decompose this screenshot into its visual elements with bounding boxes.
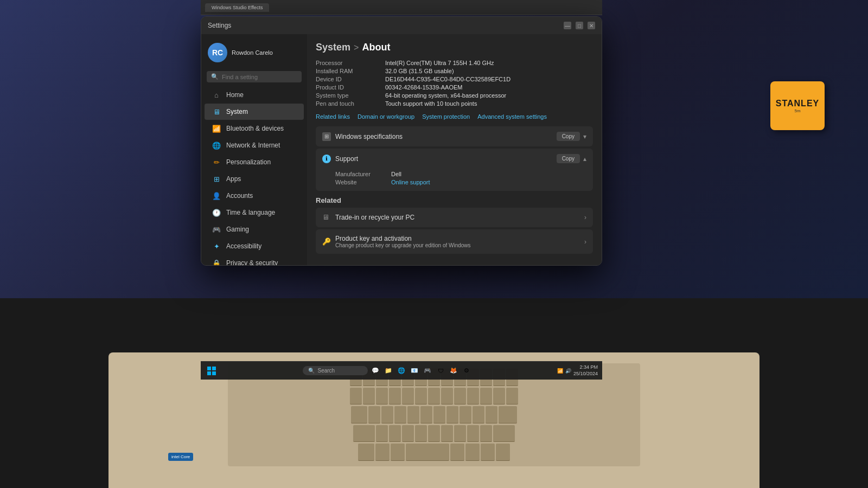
key [454,388,466,405]
trade-in-item[interactable]: 🖥 Trade-in or recycle your PC › [316,208,593,227]
svg-rect-1 [212,367,216,370]
sidebar-item-accounts[interactable]: 👤 Accounts [205,188,304,204]
accessibility-icon: ✦ [212,242,221,251]
sidebar-item-apps[interactable]: ⊞ Apps [205,171,304,187]
sidebar-item-system[interactable]: 🖥 System [205,104,304,120]
taskbar-network-icon[interactable]: 📶 [557,368,563,374]
apps-icon: ⊞ [212,175,221,183]
taskbar-sound-icon[interactable]: 🔊 [565,368,571,374]
website-link[interactable]: Online support [391,179,586,185]
taskbar-browser-icon[interactable]: 🦊 [448,365,459,376]
product-key-title: Product key and activation [335,235,471,242]
product-key-item-left: 🔑 Product key and activation Change prod… [322,235,471,248]
svg-rect-3 [212,371,216,375]
trade-in-item-left: 🖥 Trade-in or recycle your PC [322,213,414,222]
key [467,425,479,442]
windows-specs-header-left: ⊞ Windows specifications [322,132,403,141]
maximize-button[interactable]: □ [576,22,583,29]
browser-tab[interactable]: Windows Studio Effects [205,3,269,12]
network-icon: 🌐 [212,141,221,150]
support-copy-button[interactable]: Copy [557,154,580,163]
sidebar-item-time[interactable]: 🕐 Time & language [205,204,304,221]
support-header[interactable]: ℹ Support Copy ▴ [316,149,593,169]
system-protection-link[interactable]: System protection [422,113,470,120]
key [493,425,515,442]
sidebar-item-privacy[interactable]: 🔒 Privacy & security [205,255,304,265]
svg-rect-0 [207,367,211,370]
key [450,444,464,461]
pen-touch-label: Pen and touch [316,100,381,107]
product-key-item[interactable]: 🔑 Product key and activation Change prod… [316,229,593,254]
key [446,406,458,423]
intel-badge: intel Core [168,453,193,461]
search-box[interactable]: 🔍 [207,71,302,82]
taskbar-shield-icon[interactable]: 🛡 [435,365,446,376]
sidebar-item-privacy-label: Privacy & security [226,259,278,265]
main-content: System > About Processor Intel(R) Core(T… [307,34,602,265]
taskbar-chat-icon[interactable]: 💬 [370,365,381,376]
sidebar-item-personalization-label: Personalization [226,158,271,166]
privacy-icon: 🔒 [212,259,221,265]
time-icon: 🕐 [212,208,221,217]
sidebar-item-system-label: System [226,108,248,115]
trade-in-title: Trade-in or recycle your PC [335,214,414,221]
title-bar: Settings — □ ✕ [201,17,602,34]
sidebar-item-network-label: Network & Internet [226,142,280,149]
product-key-icon: 🔑 [322,237,331,246]
advanced-system-settings-link[interactable]: Advanced system settings [477,113,547,120]
windows-specs-actions: Copy ▾ [557,132,586,141]
ram-value: 32.0 GB (31.5 GB usable) [385,68,593,74]
close-button[interactable]: ✕ [588,22,595,29]
key [376,425,388,442]
sidebar-item-personalization[interactable]: ✏ Personalization [205,154,304,170]
taskbar-search-placeholder: Search [317,368,335,374]
taskbar-search[interactable]: 🔍 Search [303,366,368,375]
breadcrumb-parent[interactable]: System [316,42,350,53]
domain-workgroup-link[interactable]: Domain or workgroup [358,113,414,120]
key [481,444,495,461]
taskbar-explorer-icon[interactable]: 📁 [383,365,394,376]
device-id-label: Device ID [316,76,381,82]
taskbar-game-icon[interactable]: 🎮 [422,365,433,376]
intel-text: intel Core [171,454,190,459]
key [376,388,388,405]
windows-start-button[interactable] [205,364,218,377]
windows-specs-header[interactable]: ⊞ Windows specifications Copy ▾ [316,126,593,146]
taskbar-mail-icon[interactable]: 📧 [409,365,420,376]
key [506,388,518,405]
website-label: Website [335,179,390,185]
sidebar-item-gaming[interactable]: 🎮 Gaming [205,221,304,237]
processor-value: Intel(R) Core(TM) Ultra 7 155H 1.40 GHz [385,60,593,66]
home-icon: ⌂ [212,91,221,99]
breadcrumb-current: About [362,42,390,53]
minimize-button[interactable]: — [564,22,571,29]
related-links: Related links Domain or workgroup System… [316,113,593,120]
related-links-label[interactable]: Related links [316,113,350,120]
support-icon: ℹ [322,155,331,163]
key [493,388,505,405]
user-profile[interactable]: RC Rowdon Carelo [201,38,307,69]
taskbar-right: 📶 🔊 2:34 PM 25/10/2024 [557,364,598,377]
search-icon: 🔍 [308,368,315,374]
sidebar-item-accessibility[interactable]: ✦ Accessibility [205,238,304,254]
taskbar-settings-icon[interactable]: ⚙ [461,365,472,376]
windows-specs-copy-button[interactable]: Copy [557,132,580,141]
sidebar-item-home[interactable]: ⌂ Home [205,87,304,103]
system-icon: 🖥 [212,107,221,116]
stanley-box: STANLEY 5m [770,81,825,130]
search-input[interactable] [222,74,297,80]
key [402,388,414,405]
taskbar-edge-icon[interactable]: 🌐 [396,365,407,376]
stanley-model: 5m [794,108,800,113]
key [406,444,449,461]
key [465,444,480,461]
sidebar-item-accessibility-label: Accessibility [226,242,261,250]
sidebar-item-network[interactable]: 🌐 Network & Internet [205,137,304,153]
taskbar-clock[interactable]: 2:34 PM 25/10/2024 [573,364,598,377]
windows-specs-chevron-icon[interactable]: ▾ [583,133,586,140]
key [353,425,375,442]
key [480,388,492,405]
sidebar-item-bluetooth[interactable]: 📶 Bluetooth & devices [205,120,304,137]
svg-rect-2 [207,371,211,375]
support-chevron-icon[interactable]: ▴ [583,155,586,163]
